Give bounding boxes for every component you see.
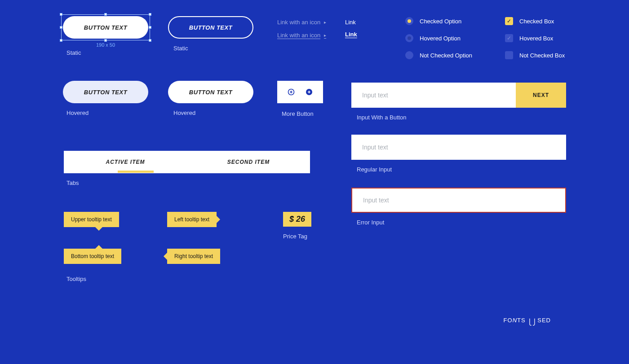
check-icon: ✓ [505, 34, 513, 42]
price-tag: $ 26 [283, 212, 311, 227]
checkbox-checked-label: Checked Box [519, 18, 554, 25]
radio-checked[interactable]: Checked Option [405, 17, 472, 25]
plus-circle-outline-icon [288, 88, 295, 96]
checkbox-unchecked-label: Not Checked Box [519, 52, 565, 59]
caption-hovered: Hovered [63, 110, 148, 116]
caption-price: Price Tag [283, 233, 311, 240]
tab-second[interactable]: SECOND ITEM [187, 151, 310, 173]
tooltip-right: Right tooltip text [167, 249, 220, 264]
checkbox-hovered[interactable]: ✓ Hovered Box [505, 34, 565, 42]
regular-input[interactable] [351, 135, 566, 160]
next-button[interactable]: NEXT [516, 83, 566, 108]
checkbox-hovered-label: Hovered Box [519, 35, 553, 42]
link-with-icon-hovered[interactable]: Link with an icon ▸ [277, 32, 326, 39]
input-text-field[interactable] [351, 83, 516, 108]
tooltip-bottom: Bottom tooltip text [64, 249, 121, 264]
radio-unchecked-label: Not Checked Option [420, 52, 472, 59]
tab-indicator [118, 171, 154, 173]
caption-static: Static [63, 49, 148, 56]
caption-static-2: Static [168, 45, 253, 52]
radio-icon [405, 34, 413, 42]
radio-hovered[interactable]: Hovered Option [405, 34, 472, 42]
tooltip-left: Left tooltip text [167, 212, 217, 227]
check-icon: ✓ [505, 17, 513, 25]
tooltip-upper: Upper tooltip text [64, 212, 119, 227]
primary-button-static[interactable]: BUTTON TEXT [63, 16, 148, 39]
tab-active[interactable]: ACTIVE ITEM [64, 151, 187, 173]
secondary-button-hovered[interactable]: BUTTON TEXT [168, 81, 253, 103]
caption-tabs: Tabs [64, 180, 310, 186]
more-button[interactable] [277, 81, 323, 103]
radio-hovered-label: Hovered Option [420, 35, 461, 42]
link-plain-hovered[interactable]: Link [345, 31, 357, 38]
fonts-used-label: FONTS ⎩⎭SED [504, 317, 551, 324]
checkbox-unchecked[interactable]: Not Checked Box [505, 51, 565, 59]
radio-unchecked[interactable]: Not Checked Option [405, 51, 472, 59]
radio-checked-label: Checked Option [420, 18, 461, 25]
input-with-button: NEXT [351, 83, 566, 108]
caption-input-button: Input With a Button [351, 114, 566, 121]
link-with-icon-hovered-label: Link with an icon [277, 32, 320, 39]
chevron-right-icon: ▸ [324, 33, 326, 38]
selection-dimensions: 190 x 50 [96, 42, 115, 48]
checkbox-checked[interactable]: ✓ Checked Box [505, 17, 565, 25]
plus-circle-filled-icon [306, 88, 313, 96]
radio-icon [405, 51, 413, 59]
caption-regular-input: Regular Input [351, 166, 566, 173]
secondary-button-static[interactable]: BUTTON TEXT [168, 16, 253, 39]
caption-hovered-2: Hovered [168, 110, 253, 116]
link-plain[interactable]: Link [345, 19, 357, 26]
caption-more-button: More Button [277, 110, 323, 117]
radio-icon [405, 17, 413, 25]
link-with-icon[interactable]: Link with an icon ▸ [277, 19, 326, 26]
caption-tooltips: Tooltips [66, 276, 86, 282]
error-input[interactable] [351, 188, 566, 213]
caption-error-input: Error Input [351, 219, 566, 226]
check-icon [505, 51, 513, 59]
link-with-icon-label: Link with an icon [277, 19, 320, 26]
chevron-right-icon: ▸ [324, 20, 326, 25]
primary-button-hovered[interactable]: BUTTON TEXT [63, 81, 148, 103]
tabs: ACTIVE ITEM SECOND ITEM [64, 151, 310, 173]
